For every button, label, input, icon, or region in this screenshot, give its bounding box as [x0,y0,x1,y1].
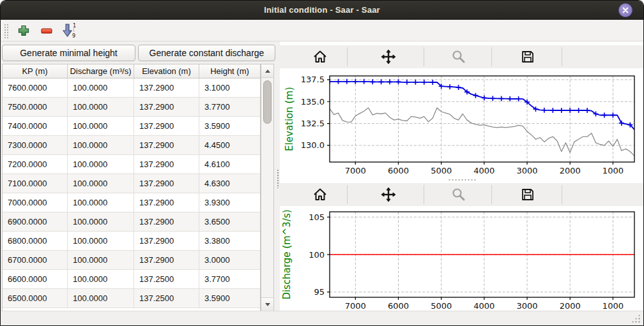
table-cell[interactable]: 137.2900 [134,117,199,136]
table-cell[interactable]: 100.0000 [68,232,134,251]
column-header-height[interactable]: Height (m) [199,64,260,78]
table-cell[interactable]: 137.2900 [134,174,199,193]
toolbar-separator [491,185,492,204]
toolbar-separator [347,47,348,66]
table-cell[interactable]: 137.2900 [134,212,199,232]
table-cell[interactable]: 4.6100 [199,155,260,174]
table-cell[interactable]: 137.2900 [134,193,199,212]
remove-row-button[interactable] [38,22,56,40]
plot2-zoom-button[interactable] [447,185,470,204]
table-row[interactable]: 7200.0000100.0000137.29004.6100 [3,155,260,174]
table-row[interactable]: 7000.0000100.0000137.29003.9300 [3,193,260,212]
plot1-save-button[interactable] [516,47,539,66]
table-cell[interactable]: 100.0000 [68,98,134,117]
generate-minimal-height-button[interactable]: Generate minimal height [2,45,135,61]
table-cell[interactable]: 4.4500 [199,136,260,155]
table-cell[interactable]: 3.7700 [199,98,260,117]
plot2-nav-toolbar [280,183,644,206]
plot-splitter-grip[interactable] [448,179,476,181]
table-row[interactable]: 6700.0000100.0000137.29003.0000 [3,251,260,270]
scrollbar-handle[interactable] [263,80,272,124]
table-cell[interactable]: 137.2900 [134,232,199,251]
table-cell[interactable]: 7000.0000 [3,193,68,212]
generate-constant-discharge-button[interactable]: Generate constant discharge [138,45,275,61]
table-cell[interactable]: 137.2900 [134,155,199,174]
table-cell[interactable]: 6600.0000 [3,270,68,289]
table-cell[interactable]: 100.0000 [68,270,134,289]
titlebar[interactable]: Initial condition - Saar - Saar [1,1,643,20]
table-cell[interactable]: 137.2900 [134,98,199,117]
table-cell[interactable]: 6800.0000 [3,232,68,251]
table-cell[interactable]: 7400.0000 [3,117,68,136]
table-row[interactable]: 7400.0000100.0000137.29003.5900 [3,117,260,136]
sort-1-9-icon: 1 9 [61,22,78,39]
scrollbar-down-button[interactable] [261,297,273,311]
table-cell[interactable]: 100.0000 [68,136,134,155]
svg-text:132.5: 132.5 [301,119,325,128]
table-cell[interactable]: 137.2900 [134,78,199,98]
table-cell[interactable]: 137.2900 [134,136,199,155]
table-cell[interactable]: 137.2500 [134,270,199,289]
table-cell[interactable]: 6900.0000 [3,212,68,232]
add-row-button[interactable] [15,22,33,40]
table-cell[interactable]: 6500.0000 [3,289,68,308]
table-cell[interactable]: 100.0000 [68,117,134,136]
table-row[interactable]: 7600.0000100.0000137.29003.1000 [3,78,260,98]
table-cell[interactable]: 100.0000 [68,193,134,212]
table-row[interactable]: 6500.0000100.0000137.25003.5900 [3,289,260,308]
toolbar-drag-handle[interactable] [3,23,9,38]
table-cell[interactable]: 3.3800 [199,232,260,251]
table-cell[interactable]: 3.5900 [199,289,260,308]
plot2-save-button[interactable] [516,185,539,204]
table-cell[interactable]: 7500.0000 [3,98,68,117]
plot2-pan-button[interactable] [377,185,400,204]
arrow-up-icon [265,70,270,73]
table-cell[interactable]: 100.0000 [68,251,134,270]
column-header-elevation[interactable]: Elevation (m) [134,64,199,78]
svg-text:3000: 3000 [516,301,537,311]
column-header-discharge[interactable]: Discharge (m³/s) [68,64,134,78]
table-cell[interactable]: 7300.0000 [3,136,68,155]
svg-text:7000: 7000 [345,166,366,175]
table-cell[interactable]: 6700.0000 [3,251,68,270]
table-row[interactable]: 7100.0000100.0000137.29004.6300 [3,174,260,193]
table-cell[interactable]: 137.2500 [134,289,199,308]
table-cell[interactable]: 137.2900 [134,251,199,270]
table-cell[interactable]: 100.0000 [68,289,134,308]
table-cell[interactable]: 4.6300 [199,174,260,193]
table-cell[interactable]: 3.7700 [199,270,260,289]
table-row[interactable]: 6800.0000100.0000137.29003.3800 [3,232,260,251]
sort-button[interactable]: 1 9 [61,22,79,40]
table-cell[interactable]: 7200.0000 [3,155,68,174]
table-row[interactable]: 6600.0000100.0000137.25003.7700 [3,270,260,289]
table-row[interactable]: 7500.0000100.0000137.29003.7700 [3,98,260,117]
table-cell[interactable]: 7600.0000 [3,78,68,98]
plot2-home-button[interactable] [309,185,332,204]
close-button[interactable] [618,3,632,17]
table-cell[interactable]: 100.0000 [68,78,134,98]
table-scrollbar[interactable] [261,64,274,311]
table-cell[interactable]: 3.5900 [199,117,260,136]
scrollbar-up-button[interactable] [261,64,273,78]
zoom-icon [451,49,466,64]
table-cell[interactable]: 100.0000 [68,155,134,174]
plot1-zoom-button[interactable] [447,47,470,66]
pan-icon [381,187,396,202]
close-icon [622,7,629,13]
table-cell[interactable]: 3.0000 [199,251,260,270]
table-cell[interactable]: 7100.0000 [3,174,68,193]
plot1-home-button[interactable] [309,47,332,66]
resize-grip-icon[interactable] [631,314,640,323]
column-header-kp[interactable]: KP (m) [3,64,68,78]
table-cell[interactable]: 3.1000 [199,78,260,98]
table-cell[interactable]: 100.0000 [68,212,134,232]
plot1-pan-button[interactable] [377,47,400,66]
table-cell[interactable]: 100.0000 [68,174,134,193]
svg-text:9: 9 [72,33,75,39]
table-row[interactable]: 7300.0000100.0000137.29004.4500 [3,136,260,155]
elevation-plot[interactable]: 7000600050004000300020001000137.5135.013… [280,68,644,178]
table-row[interactable]: 6900.0000100.0000137.29003.6500 [3,212,260,232]
table-cell[interactable]: 3.6500 [199,212,260,232]
table-cell[interactable]: 3.9300 [199,193,260,212]
discharge-plot[interactable]: 700060005000400030002000100010510095Disc… [280,206,644,311]
